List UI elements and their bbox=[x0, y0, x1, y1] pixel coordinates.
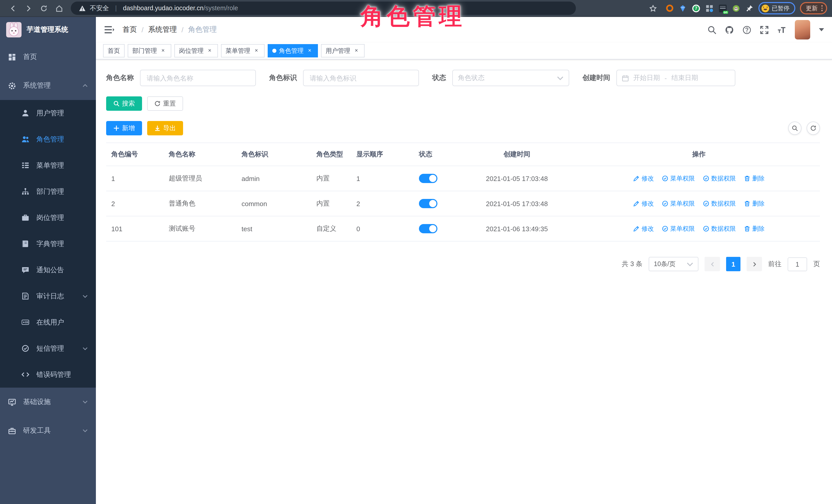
row-action-delete[interactable]: 删除 bbox=[744, 224, 764, 233]
sidebar-item[interactable]: 短信管理 bbox=[0, 335, 96, 362]
star-icon[interactable] bbox=[645, 2, 660, 15]
table-row: 101测试账号test自定义02021-01-06 13:49:35修改菜单权限… bbox=[106, 216, 820, 241]
caret-down-icon[interactable] bbox=[819, 27, 824, 32]
next-page-button[interactable] bbox=[747, 257, 762, 271]
search-button[interactable]: 搜索 bbox=[106, 97, 142, 111]
green-circle-icon[interactable]: 7 bbox=[692, 4, 700, 12]
tab-label: 菜单管理 bbox=[226, 46, 250, 55]
reload-icon[interactable] bbox=[36, 2, 51, 15]
message-icon bbox=[22, 266, 29, 274]
tab-item[interactable]: 首页 bbox=[103, 44, 125, 57]
paused-extension-pill[interactable]: 已暂停 bbox=[758, 2, 795, 15]
forward-icon[interactable] bbox=[21, 2, 36, 15]
orange-ring-icon[interactable] bbox=[665, 4, 674, 12]
create-time-cell: 2021-01-06 13:49:35 bbox=[456, 216, 578, 241]
close-icon[interactable]: × bbox=[353, 47, 360, 54]
browser-update-menu[interactable]: 更新 bbox=[800, 2, 827, 15]
row-action-edit[interactable]: 修改 bbox=[633, 224, 654, 233]
close-icon[interactable]: × bbox=[159, 47, 167, 54]
status-toggle[interactable] bbox=[419, 224, 437, 233]
back-icon[interactable] bbox=[5, 2, 21, 15]
calendar-icon bbox=[622, 75, 629, 81]
row-action-edit[interactable]: 修改 bbox=[633, 199, 654, 208]
column-header: 角色标识 bbox=[236, 143, 311, 166]
row-action-label: 数据权限 bbox=[711, 174, 736, 183]
url-text[interactable]: dashboard.yudao.iocoder.cn/system/role bbox=[123, 5, 238, 12]
close-icon[interactable]: × bbox=[253, 47, 260, 54]
green-monkey-icon[interactable] bbox=[732, 4, 740, 12]
row-action-circle-check[interactable]: 菜单权限 bbox=[662, 174, 695, 183]
fullscreen-icon[interactable] bbox=[760, 25, 769, 34]
delete-icon bbox=[744, 226, 750, 232]
tab-item[interactable]: 菜单管理× bbox=[221, 44, 265, 57]
toggle-search-button[interactable] bbox=[788, 122, 802, 135]
role-key-input[interactable] bbox=[303, 70, 419, 86]
column-header: 状态 bbox=[414, 143, 456, 166]
security-label[interactable]: 不安全 bbox=[90, 4, 109, 12]
close-icon[interactable]: × bbox=[306, 47, 313, 54]
sidebar-item[interactable]: 基础设施 bbox=[0, 388, 96, 416]
goto-page-input[interactable] bbox=[788, 257, 807, 271]
hamburger-icon[interactable] bbox=[104, 25, 114, 35]
tab-item[interactable]: 岗位管理× bbox=[174, 44, 218, 57]
sidebar-item[interactable]: 审计日志 bbox=[0, 283, 96, 309]
breadcrumb-item[interactable]: 首页 bbox=[123, 25, 137, 34]
row-action-delete[interactable]: 删除 bbox=[744, 174, 764, 183]
grid-blue-dot-icon[interactable] bbox=[705, 4, 714, 12]
avatar[interactable] bbox=[795, 20, 810, 39]
sidebar-item[interactable]: 研发工具 bbox=[0, 416, 96, 445]
row-action-delete[interactable]: 删除 bbox=[744, 199, 764, 208]
export-button[interactable]: 导出 bbox=[147, 121, 183, 135]
edit-icon bbox=[633, 201, 640, 207]
refresh-icon bbox=[154, 101, 160, 107]
sidebar-item[interactable]: 首页 bbox=[0, 43, 96, 71]
status-select[interactable]: 角色状态 bbox=[452, 70, 569, 86]
tab-item[interactable]: 用户管理× bbox=[321, 44, 365, 57]
sidebar-item[interactable]: 在线用户 bbox=[0, 309, 96, 335]
kebab-menu-icon[interactable] bbox=[821, 5, 823, 11]
current-page[interactable]: 1 bbox=[726, 257, 740, 271]
search-icon[interactable] bbox=[708, 25, 717, 34]
sidebar-item[interactable]: 系统管理 bbox=[0, 71, 96, 100]
prev-page-button[interactable] bbox=[705, 257, 720, 271]
sidebar-item[interactable]: 部门管理 bbox=[0, 179, 96, 205]
add-button[interactable]: 新增 bbox=[106, 121, 142, 135]
row-action-circle-check[interactable]: 数据权限 bbox=[703, 174, 736, 183]
tab-item[interactable]: 部门管理× bbox=[128, 44, 171, 57]
address-bar[interactable]: 不安全 | dashboard.yudao.iocoder.cn/system/… bbox=[71, 2, 576, 15]
status-toggle[interactable] bbox=[419, 174, 437, 183]
tab-active[interactable]: 角色管理× bbox=[268, 44, 318, 57]
sidebar-item-label: 在线用户 bbox=[36, 318, 64, 327]
sidebar-item[interactable]: 通知公告 bbox=[0, 257, 96, 283]
reset-button[interactable]: 重置 bbox=[147, 97, 183, 111]
toolbox-icon bbox=[8, 427, 16, 434]
github-icon[interactable] bbox=[725, 25, 734, 34]
row-action-circle-check[interactable]: 菜单权限 bbox=[662, 224, 695, 233]
row-action-edit[interactable]: 修改 bbox=[633, 174, 654, 183]
sidebar-item[interactable]: 用户管理 bbox=[0, 100, 96, 126]
sidebar-item[interactable]: 字典管理 bbox=[0, 231, 96, 257]
sidebar-item[interactable]: 岗位管理 bbox=[0, 205, 96, 231]
date-range-picker[interactable]: 开始日期 - 结束日期 bbox=[616, 70, 735, 86]
blue-gem-icon[interactable] bbox=[678, 4, 687, 12]
row-action-label: 菜单权限 bbox=[670, 174, 695, 183]
row-action-circle-check[interactable]: 菜单权限 bbox=[662, 199, 695, 208]
sidebar-item-active[interactable]: 角色管理 bbox=[0, 126, 96, 152]
sidebar-item[interactable]: 菜单管理 bbox=[0, 152, 96, 179]
row-action-circle-check[interactable]: 数据权限 bbox=[703, 199, 736, 208]
sidebar-item[interactable]: 错误码管理 bbox=[0, 362, 96, 388]
font-size-icon[interactable] bbox=[777, 25, 786, 34]
home-icon[interactable] bbox=[51, 2, 67, 15]
dark-on-badge-icon[interactable]: on bbox=[719, 4, 727, 12]
refresh-table-button[interactable] bbox=[807, 122, 820, 135]
close-icon[interactable]: × bbox=[206, 47, 213, 54]
white-pin-icon[interactable] bbox=[745, 4, 754, 12]
question-icon[interactable] bbox=[743, 25, 751, 34]
app-logo-row[interactable]: 芋道管理系统 bbox=[0, 17, 96, 43]
role-name-input[interactable] bbox=[140, 70, 256, 86]
breadcrumb-item[interactable]: 系统管理 bbox=[148, 25, 177, 34]
page-size-select[interactable]: 10条/页 bbox=[649, 257, 698, 271]
row-action-circle-check[interactable]: 数据权限 bbox=[703, 224, 736, 233]
log-icon bbox=[22, 292, 29, 300]
status-toggle[interactable] bbox=[419, 199, 437, 208]
